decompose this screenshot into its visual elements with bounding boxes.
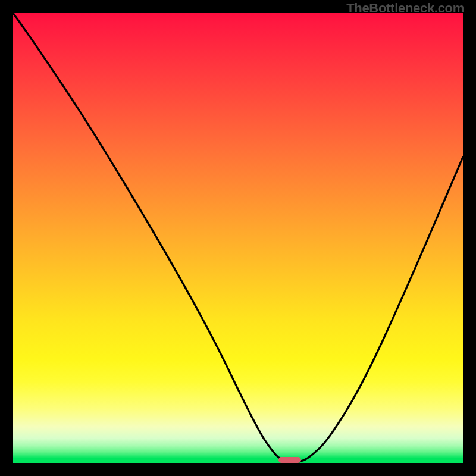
watermark-text: TheBottleneck.com: [346, 1, 464, 16]
bottleneck-curve: [13, 13, 463, 463]
optimal-marker: [278, 457, 301, 463]
curve-line: [13, 13, 463, 462]
chart-frame: TheBottleneck.com: [0, 0, 476, 476]
plot-area: [13, 13, 463, 463]
